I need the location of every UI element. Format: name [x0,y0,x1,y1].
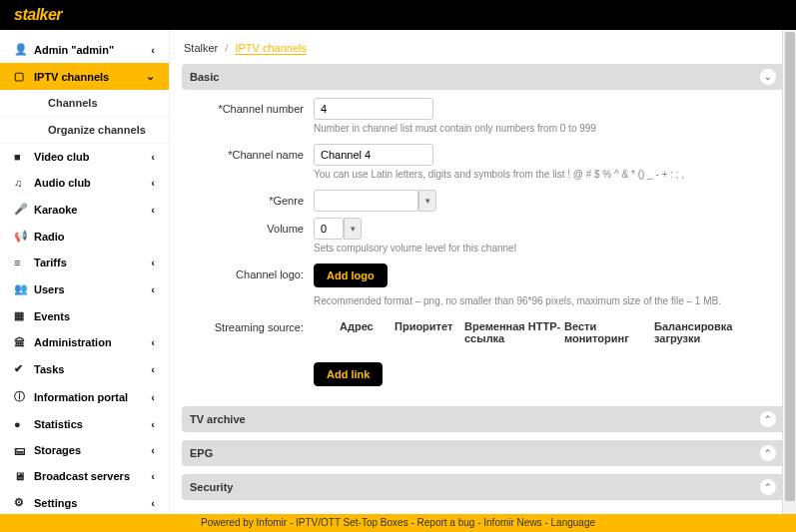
sidebar-item-users[interactable]: 👥Users‹ [0,275,169,302]
volume-hint: Sets compulsory volume level for this ch… [314,243,772,254]
sidebar-icon: 🎤 [14,203,26,216]
panel-epg-title: EPG [190,447,213,459]
sidebar-item-information-portal[interactable]: ⓘInformation portal‹ [0,382,169,411]
genre-select[interactable] [314,190,418,212]
sidebar-item-events[interactable]: ▦Events [0,302,169,329]
sidebar-item-radio[interactable]: 📢Radio [0,223,169,250]
genre-label: *Genre [194,190,314,207]
sidebar-item-administration[interactable]: 🏛Administration‹ [0,329,169,355]
sidebar-item-label: Information portal [34,391,151,403]
chevron-icon: ‹ [151,257,155,268]
chevron-icon: ‹ [151,391,155,403]
channel-name-hint: You can use Latin letters, digits and sy… [314,169,772,180]
brand-logo: stalker [14,6,62,24]
sidebar-item-audio-club[interactable]: ♫Audio club‹ [0,170,169,196]
panel-tv-title: TV archive [190,413,246,425]
sidebar-icon: ✔ [14,362,26,375]
channel-name-label: *Channel name [194,144,314,161]
add-logo-button[interactable]: Add logo [314,264,388,287]
chevron-icon: ‹ [151,204,155,216]
sidebar-icon: 👥 [14,282,26,295]
sidebar-icon: ♫ [14,177,26,189]
sidebar-icon: ■ [14,151,26,163]
sidebar-item-label: Tasks [34,363,151,375]
panel-tv-header[interactable]: TV archive ⌃ [182,406,784,432]
sidebar-item-settings[interactable]: ⚙Settings‹ [0,489,169,516]
topbar: stalker [0,0,796,30]
expand-icon[interactable]: ⌃ [760,411,776,427]
sidebar-item-label: Administration [34,336,151,348]
expand-icon[interactable]: ⌃ [760,445,776,461]
col-temp-http: Временная HTTP-ссылка [464,320,564,344]
chevron-icon: ‹ [151,336,155,348]
sidebar-item-tariffs[interactable]: ≡Tariffs‹ [0,250,169,275]
panel-basic-title: Basic [190,71,219,83]
panel-security: Security ⌃ [182,474,784,500]
sidebar-icon: ▦ [14,309,26,322]
channel-logo-hint: Recommended format – png, no smaller tha… [314,295,772,306]
scrollbar[interactable] [782,30,796,519]
sidebar-item-broadcast-servers[interactable]: 🖥Broadcast servers‹ [0,463,169,489]
breadcrumb-root[interactable]: Stalker [184,42,218,54]
scrollbar-thumb[interactable] [785,32,795,501]
sidebar-subitem-channels[interactable]: Channels [0,90,169,117]
panel-basic: Basic ⌄ *Channel number Number in channe… [182,64,784,398]
sidebar-icon: 🖴 [14,444,26,456]
sidebar-item-label: Users [34,283,151,295]
channel-number-hint: Number in channel list must contain only… [314,123,772,134]
add-link-button[interactable]: Add link [314,362,383,386]
chevron-icon: ‹ [151,151,155,163]
chevron-icon: ‹ [151,497,155,509]
sidebar-item-admin-admin-[interactable]: 👤Admin "admin"‹ [0,36,169,63]
sidebar-item-label: Statistics [34,418,151,430]
channel-number-input[interactable] [314,98,433,120]
footer-link-bug[interactable]: Report a bug [417,517,475,528]
sidebar-item-video-club[interactable]: ■Video club‹ [0,144,169,170]
sidebar: 👤Admin "admin"‹▢IPTV channels⌄ChannelsOr… [0,30,170,532]
sidebar-subitem-organize-channels[interactable]: Organize channels [0,117,169,144]
channel-logo-label: Channel logo: [194,264,314,280]
volume-input[interactable] [314,218,344,240]
main-content: Stalker / IPTV channels Basic ⌄ *Channel… [170,30,796,519]
sidebar-icon: ▢ [14,70,26,83]
panel-security-title: Security [190,481,233,493]
sidebar-item-tasks[interactable]: ✔Tasks‹ [0,355,169,382]
chevron-icon: ‹ [151,418,155,430]
sidebar-item-label: Karaoke [34,204,151,216]
footer-link-boxes[interactable]: IPTV/OTT Set-Top Boxes [296,517,408,528]
sidebar-item-statistics[interactable]: ●Statistics‹ [0,411,169,437]
stream-table-header: Адрес Приоритет Временная HTTP-ссылка Ве… [314,316,772,348]
col-balancing: Балансировка загрузки [654,320,754,344]
chevron-icon: ‹ [151,177,155,189]
col-priority: Приоритет [395,320,464,344]
sidebar-item-iptv-channels[interactable]: ▢IPTV channels⌄ [0,63,169,90]
col-address: Адрес [340,320,395,344]
volume-label: Volume [194,218,314,235]
col-monitoring: Вести мониторинг [564,320,654,344]
breadcrumb-current[interactable]: IPTV channels [235,42,307,55]
panel-epg-header[interactable]: EPG ⌃ [182,440,784,466]
chevron-icon: ⌄ [146,70,155,83]
sidebar-item-label: Audio club [34,177,151,189]
expand-icon[interactable]: ⌃ [760,479,776,495]
footer-link-news[interactable]: Infomir News [483,517,541,528]
chevron-icon: ‹ [151,363,155,375]
sidebar-icon: ⚙ [14,496,26,509]
sidebar-item-label: Video club [34,151,151,163]
collapse-icon[interactable]: ⌄ [760,69,776,85]
footer-link-lang[interactable]: Language [551,517,596,528]
sidebar-icon: 🖥 [14,470,26,482]
sidebar-item-storages[interactable]: 🖴Storages‹ [0,437,169,463]
sidebar-icon: ● [14,418,26,430]
channel-name-input[interactable] [314,144,433,166]
panel-basic-header[interactable]: Basic ⌄ [182,64,784,90]
sidebar-item-karaoke[interactable]: 🎤Karaoke‹ [0,196,169,223]
volume-stepper-icon[interactable]: ▾ [344,218,362,240]
panel-security-header[interactable]: Security ⌃ [182,474,784,500]
chevron-icon: ‹ [151,444,155,456]
chevron-down-icon[interactable]: ▾ [418,190,436,212]
chevron-icon: ‹ [151,470,155,482]
footer: Powered by Infomir - IPTV/OTT Set-Top Bo… [0,514,796,532]
sidebar-item-label: Storages [34,444,151,456]
panel-epg: EPG ⌃ [182,440,784,466]
